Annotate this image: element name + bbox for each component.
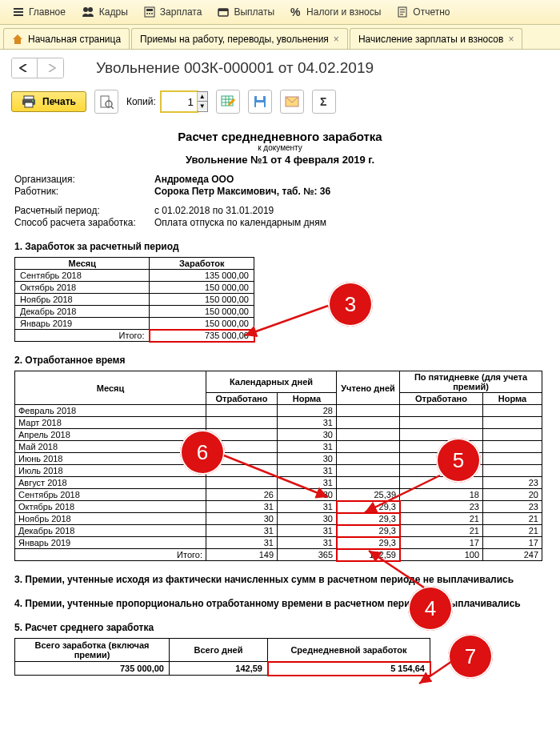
- main-menu: Главное Кадры Зарплата Выплаты % Налоги …: [0, 0, 560, 25]
- copies-group: Копий: ▲ ▼: [126, 91, 208, 112]
- table-cell: [483, 417, 542, 429]
- print-button[interactable]: Печать: [11, 91, 86, 112]
- table-cell: 21: [483, 513, 542, 525]
- sum-button[interactable]: Σ: [312, 90, 336, 114]
- menu-main[interactable]: Главное: [5, 0, 74, 24]
- table-cell: 23: [400, 501, 483, 513]
- spin-down[interactable]: ▼: [198, 102, 207, 110]
- t2-worked: Отработано: [206, 393, 278, 405]
- close-icon[interactable]: ×: [508, 34, 514, 45]
- table-cell: 31: [278, 465, 337, 477]
- table-cell: 20: [483, 489, 542, 501]
- report-document: Расчет среднедневного заработка к докуме…: [0, 122, 560, 692]
- table-cell: 17: [483, 537, 542, 549]
- table-cell: 30: [278, 489, 337, 501]
- mail-button[interactable]: [280, 90, 304, 114]
- table-row: Август 2018: [15, 477, 206, 489]
- annotation-5: 5: [436, 438, 481, 483]
- org-label: Организация:: [14, 174, 154, 185]
- t2-month: Месяц: [15, 371, 206, 405]
- forward-button[interactable]: [38, 58, 63, 78]
- back-button[interactable]: [12, 58, 38, 78]
- svg-rect-2: [145, 7, 154, 17]
- t2-five: По пятидневке (для учета премий): [400, 371, 542, 393]
- table-row: Декабрь 2018: [15, 306, 150, 318]
- tab-payroll[interactable]: Начисление зарплаты и взносов ×: [350, 28, 523, 49]
- spin-up[interactable]: ▲: [198, 92, 207, 102]
- t2-tcn: 365: [278, 549, 337, 561]
- table-cell: [400, 405, 483, 417]
- t2-acc: Учтено дней: [337, 371, 400, 405]
- copies-label: Копий:: [126, 96, 156, 107]
- calc-icon: [144, 6, 155, 18]
- table-cell: 31: [278, 417, 337, 429]
- svg-point-1: [88, 7, 93, 12]
- table-cell: [206, 477, 278, 489]
- svg-point-6: [151, 13, 153, 14]
- table-row: Декабрь 2018: [15, 525, 206, 537]
- table-cell: 31: [206, 501, 278, 513]
- table-row: Июль 2018: [15, 465, 206, 477]
- table-cell: [337, 477, 400, 489]
- table-cell: [337, 417, 400, 429]
- print-label: Печать: [42, 96, 76, 107]
- col-earn: Заработок: [150, 258, 254, 270]
- table-cell: 31: [206, 537, 278, 549]
- table-row: Январь 2019: [15, 318, 150, 330]
- nav-buttons: [11, 58, 64, 78]
- table-cell: [483, 465, 542, 477]
- svg-rect-19: [257, 96, 263, 100]
- table-cell: 31: [278, 537, 337, 549]
- table-row: Май 2018: [15, 441, 206, 453]
- report-icon: [397, 6, 408, 18]
- tab-home[interactable]: Начальная страница: [3, 28, 130, 49]
- save-button[interactable]: [248, 90, 272, 114]
- table-cell: 21: [483, 525, 542, 537]
- t2-norm: Норма: [278, 393, 337, 405]
- percent-icon: %: [290, 6, 302, 18]
- table-row: Ноябрь 2018: [15, 513, 206, 525]
- table-cell: 23: [483, 501, 542, 513]
- section-1: 1. Заработок за расчетный период: [14, 241, 546, 252]
- menu-payments[interactable]: Выплаты: [210, 0, 282, 24]
- menu-taxes[interactable]: % Налоги и взносы: [282, 0, 389, 24]
- section-5: 5. Расчет среднего заработка: [14, 622, 546, 633]
- menu-salary[interactable]: Зарплата: [136, 0, 210, 24]
- table-row: Сентябрь 2018: [15, 489, 206, 501]
- preview-button[interactable]: [94, 90, 118, 114]
- menu-reports[interactable]: Отчетно: [389, 0, 458, 24]
- menu-lines-icon: [13, 6, 24, 18]
- table-cell: 135 000,00: [150, 270, 254, 282]
- table-cell: 29,3: [337, 501, 400, 513]
- t2-tacc: 142,59: [337, 549, 400, 561]
- t1-total: 735 000,00: [150, 330, 254, 342]
- t2-fworked: Отработано: [400, 393, 483, 405]
- t2-fnorm: Норма: [483, 393, 542, 405]
- people-icon: [82, 6, 94, 18]
- t1-total-label: Итого:: [15, 330, 150, 342]
- table-row: Октябрь 2018: [15, 501, 206, 513]
- close-icon[interactable]: ×: [334, 34, 339, 45]
- svg-point-5: [149, 13, 150, 14]
- table-cell: 31: [278, 501, 337, 513]
- table-cell: 25,39: [337, 489, 400, 501]
- table-cell: [337, 441, 400, 453]
- t3-v2: 142,59: [170, 662, 268, 676]
- copies-input[interactable]: [161, 91, 198, 112]
- table-cell: [337, 405, 400, 417]
- table-row: Январь 2019: [15, 537, 206, 549]
- edit-button[interactable]: [216, 90, 240, 114]
- table-row: Апрель 2018: [15, 429, 206, 441]
- svg-rect-11: [24, 96, 34, 99]
- menu-reports-label: Отчетно: [413, 6, 450, 18]
- method-label: Способ расчета заработка:: [14, 217, 154, 228]
- earnings-table: МесяцЗаработок Сентябрь 2018135 000,00Ок…: [14, 257, 254, 342]
- tab-hires[interactable]: Приемы на работу, переводы, увольнения ×: [131, 28, 348, 49]
- t2-total-label: Итого:: [15, 549, 206, 561]
- table-cell: 29,3: [337, 513, 400, 525]
- table-row: Июнь 2018: [15, 453, 206, 465]
- svg-point-14: [32, 100, 34, 102]
- menu-hr[interactable]: Кадры: [74, 0, 136, 24]
- table-cell: 31: [278, 525, 337, 537]
- annotation-4: 4: [408, 586, 453, 631]
